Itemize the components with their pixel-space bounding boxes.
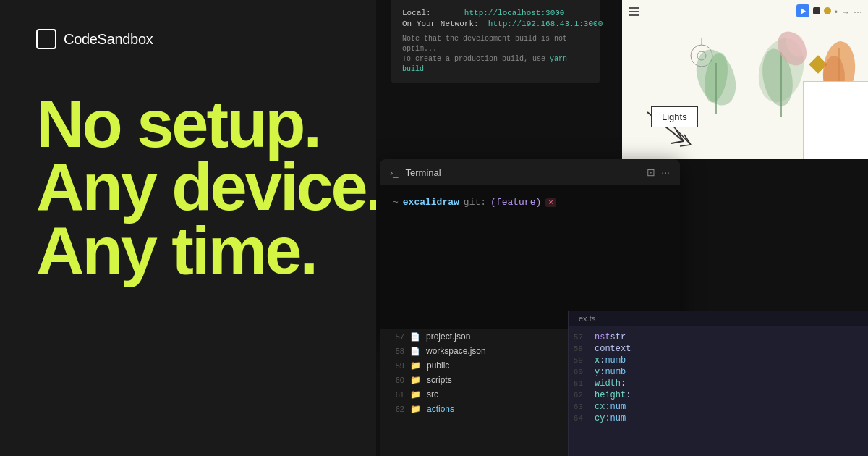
terminal-more-btn[interactable]: ··· <box>661 166 670 178</box>
hamburger-icon <box>629 7 639 16</box>
file-item-src[interactable]: 61 📁 src <box>380 387 568 402</box>
svg-marker-0 <box>801 8 806 14</box>
file-icon: 📄 <box>410 332 420 342</box>
dev-server-network: On Your Network: http://192.168.43.1:300… <box>402 20 589 28</box>
logo-icon <box>36 29 56 49</box>
file-explorer: 57 📄 project.json 58 📄 workspace.json 59… <box>380 329 568 456</box>
code-line-59: 59 x: numb <box>569 355 868 366</box>
lights-label: Lights <box>651 106 698 127</box>
terminal-body: ~ excalidraw git: (feature) × <box>380 185 680 219</box>
divider: • <box>835 7 838 17</box>
drawing-app: • → ⋯ <box>622 0 868 159</box>
code-line-62: 62 height: <box>569 389 868 401</box>
terminal-expand-btn[interactable]: ⊡ <box>647 166 655 178</box>
code-line-64: 64 cy: num <box>569 413 868 424</box>
code-panel: ex.ts 57 nst str 58 context 59 x: numb 6… <box>568 311 868 456</box>
folder-icon: 📁 <box>410 389 421 400</box>
hero-section: CodeSandbox No setup. Any device. Any ti… <box>0 0 420 456</box>
drawing-canvas: Lights <box>622 23 868 159</box>
play-button[interactable] <box>796 4 809 17</box>
file-item-workspace-json[interactable]: 58 📄 workspace.json <box>380 344 568 358</box>
dev-server-note: Note that the development build is not o… <box>402 34 589 75</box>
code-line-61: 61 width: <box>569 378 868 389</box>
folder-icon: 📁 <box>410 375 421 385</box>
svg-line-19 <box>671 141 684 143</box>
right-section: Local: http://localhost:3000 On Your Net… <box>376 0 868 456</box>
code-file-tab: ex.ts <box>569 311 868 326</box>
logo-text: CodeSandbox <box>64 31 153 48</box>
terminal-title: Terminal <box>406 167 642 178</box>
dev-server-window: Local: http://localhost:3000 On Your Net… <box>391 0 600 83</box>
diamond-btn <box>824 7 831 14</box>
drawing-toolbar-right: • → ⋯ <box>796 4 862 17</box>
code-line-57: 57 nst str <box>569 332 868 343</box>
hero-line1: No setup. <box>36 93 383 156</box>
terminal-prompt-line: ~ excalidraw git: (feature) × <box>393 197 667 208</box>
terminal-titlebar: ›_ Terminal ⊡ ··· <box>380 159 680 185</box>
file-icon: 📄 <box>410 347 420 356</box>
file-item-public[interactable]: 59 📁 public <box>380 358 568 373</box>
code-line-58: 58 context <box>569 343 868 355</box>
stop-button <box>813 7 820 14</box>
hero-headline: No setup. Any device. Any time. <box>36 93 383 282</box>
folder-icon: 📁 <box>410 360 421 371</box>
dev-server-local: Local: http://localhost:3000 <box>402 9 589 17</box>
logo-container: CodeSandbox <box>36 29 383 49</box>
file-item-project-json[interactable]: 57 📄 project.json <box>380 329 568 344</box>
file-item-scripts[interactable]: 60 📁 scripts <box>380 373 568 387</box>
hero-line2: Any device. <box>36 156 383 219</box>
code-content: 57 nst str 58 context 59 x: numb 60 y: n… <box>569 326 868 430</box>
svg-line-22 <box>680 145 691 146</box>
folder-icon: 📁 <box>410 404 421 414</box>
code-line-60: 60 y: numb <box>569 366 868 378</box>
terminal-prompt-icon: ›_ <box>390 167 399 178</box>
code-line-63: 63 cx: num <box>569 401 868 413</box>
more-btn: ⋯ <box>854 7 862 17</box>
botanical-container: Lights <box>637 38 868 159</box>
terminal-actions: ⊡ ··· <box>647 166 670 178</box>
white-overlay-rect <box>803 81 868 159</box>
hero-line3: Any time. <box>36 219 383 282</box>
arrow-btn: → <box>841 7 850 17</box>
file-item-actions[interactable]: 62 📁 actions <box>380 402 568 416</box>
